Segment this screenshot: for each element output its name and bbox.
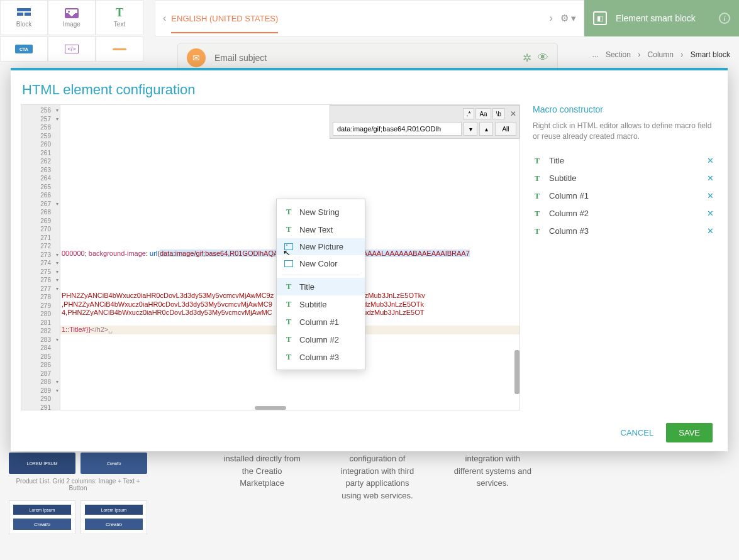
color-icon — [284, 260, 293, 267]
text-icon: T — [284, 207, 293, 217]
right-panel-header: ◧ Element smart block i — [584, 0, 739, 36]
editor-gutter: 2562572582592602612622632642652662672682… — [21, 105, 60, 410]
macro-title: Macro constructor — [533, 104, 714, 114]
search-all[interactable]: All — [495, 122, 516, 136]
macro-item[interactable]: TTitle✕ — [533, 152, 714, 170]
html-editor[interactable]: 2562572582592602612622632642652662672682… — [21, 104, 520, 410]
remove-icon[interactable]: ✕ — [707, 191, 714, 200]
search-input[interactable] — [333, 122, 462, 136]
breadcrumb-sep: › — [681, 50, 683, 59]
search-regex-toggle[interactable]: .* — [463, 108, 475, 119]
template-card[interactable]: LOREM IPSUM — [9, 453, 75, 474]
cta-icon: CTA — [15, 45, 33, 53]
html-icon: </> — [65, 45, 79, 53]
macro-item[interactable]: TColumn #1✕ — [533, 187, 714, 205]
toolbar-block[interactable]: Block — [0, 0, 48, 35]
bg-col-1: installed directly from the Creatio Mark… — [220, 453, 304, 502]
ctx-subtitle[interactable]: TSubtitle — [277, 295, 365, 313]
forward-icon[interactable]: › — [550, 13, 553, 24]
macro-item-label: Subtitle — [549, 173, 707, 183]
template-card[interactable]: Creatio — [81, 453, 147, 474]
text-icon: T — [284, 299, 293, 309]
text-icon: T — [284, 317, 293, 327]
right-panel-title: Element smart block — [616, 13, 719, 23]
search-dropdown[interactable]: ▾ — [464, 122, 477, 136]
text-icon: T — [113, 8, 126, 18]
macro-panel: Macro constructor Right click in HTML ed… — [529, 104, 718, 410]
editor-scrollbar-h[interactable] — [255, 406, 286, 410]
separator-icon — [113, 48, 126, 50]
toolbar-separator[interactable] — [96, 36, 143, 62]
template-card[interactable]: Lorem IpsumCreatio — [81, 500, 147, 534]
info-icon[interactable]: i — [719, 13, 730, 24]
toolbar-html[interactable]: </> — [48, 36, 96, 62]
text-icon: T — [533, 156, 542, 166]
macro-item[interactable]: TColumn #2✕ — [533, 205, 714, 222]
text-icon: T — [533, 226, 542, 236]
envelope-icon: ✉ — [187, 48, 206, 67]
ctx-col2[interactable]: TColumn #2 — [277, 331, 365, 348]
template-card[interactable]: Lorem IpsumCreatio — [9, 500, 75, 534]
toolbar-block-label: Block — [16, 21, 31, 28]
bg-col-2: configuration of integration with third … — [335, 453, 419, 502]
search-close-icon[interactable]: ✕ — [510, 109, 516, 118]
toolbar-image-label: Image — [63, 21, 81, 28]
breadcrumb-item[interactable]: Section — [606, 50, 631, 59]
config-modal: HTML element configuration 2562572582592… — [11, 68, 728, 451]
ctx-col3[interactable]: TColumn #3 — [277, 348, 365, 366]
block-icon — [17, 8, 31, 18]
modal-title: HTML element configuration — [11, 70, 728, 104]
breadcrumb-item-active[interactable]: Smart block — [691, 50, 730, 59]
breadcrumb-sep: › — [638, 50, 640, 59]
remove-icon[interactable]: ✕ — [707, 226, 714, 236]
search-case-toggle[interactable]: Aa — [475, 108, 491, 119]
language-tab[interactable]: ENGLISH (UNITED STATES) — [171, 14, 278, 33]
context-menu: TNew String TNew Text New Picture New Co… — [276, 199, 365, 370]
save-button[interactable]: SAVE — [666, 423, 713, 442]
gear-icon[interactable]: ⚙ ▾ — [560, 13, 576, 24]
back-icon[interactable]: ‹ — [163, 13, 166, 24]
text-icon: T — [284, 282, 293, 292]
email-subject-input[interactable] — [214, 53, 516, 63]
macro-item-label: Title — [549, 156, 707, 165]
toolbar-image[interactable]: Image — [48, 0, 96, 35]
macro-item-label: Column #1 — [549, 191, 707, 200]
remove-icon[interactable]: ✕ — [707, 209, 714, 218]
header-bar: ‹ ENGLISH (UNITED STATES) › ⚙ ▾ — [155, 0, 584, 36]
element-icon: ◧ — [593, 11, 607, 25]
ctx-col1[interactable]: TColumn #1 — [277, 313, 365, 331]
toolbar-cta[interactable]: CTA — [0, 36, 48, 62]
text-icon: T — [533, 209, 542, 219]
toolbar-text-label: Text — [114, 21, 125, 28]
editor-scrollbar-v[interactable] — [514, 350, 520, 394]
search-prev[interactable]: ▴ — [479, 122, 493, 136]
template-label: Product List. Grid 2 columns: Image + Te… — [9, 478, 147, 491]
text-icon: T — [284, 224, 293, 234]
remove-icon[interactable]: ✕ — [707, 156, 714, 165]
settings-icon[interactable]: ✲ — [523, 52, 531, 65]
search-word-toggle[interactable]: \b — [492, 108, 505, 119]
ctx-new-color[interactable]: New Color — [277, 255, 365, 272]
breadcrumb-item[interactable]: Column — [648, 50, 674, 59]
ctx-new-text[interactable]: TNew Text — [277, 221, 365, 238]
text-icon: T — [533, 173, 542, 184]
mouse-cursor: ↖ — [282, 247, 292, 258]
macro-item-label: Column #3 — [549, 226, 707, 236]
image-icon — [65, 8, 79, 18]
ctx-separator — [282, 275, 360, 275]
macro-item[interactable]: TColumn #3✕ — [533, 222, 714, 240]
text-icon: T — [284, 334, 293, 344]
cancel-button[interactable]: CANCEL — [621, 428, 654, 437]
toolbar-text[interactable]: T Text — [96, 0, 143, 35]
search-popup: .* Aa \b ✕ ▾ ▴ All — [330, 105, 520, 139]
ctx-title[interactable]: TTitle — [277, 278, 365, 295]
preview-icon[interactable]: 👁 — [538, 52, 548, 64]
remove-icon[interactable]: ✕ — [707, 173, 714, 183]
macro-item[interactable]: TSubtitle✕ — [533, 170, 714, 187]
macro-hint: Right click in HTML editor allows to def… — [533, 121, 714, 142]
breadcrumb-prefix: ... — [592, 50, 599, 59]
bg-col-3: integration with different systems and s… — [451, 453, 535, 502]
ctx-new-string[interactable]: TNew String — [277, 203, 365, 221]
macro-item-label: Column #2 — [549, 209, 707, 218]
text-icon: T — [284, 352, 293, 362]
